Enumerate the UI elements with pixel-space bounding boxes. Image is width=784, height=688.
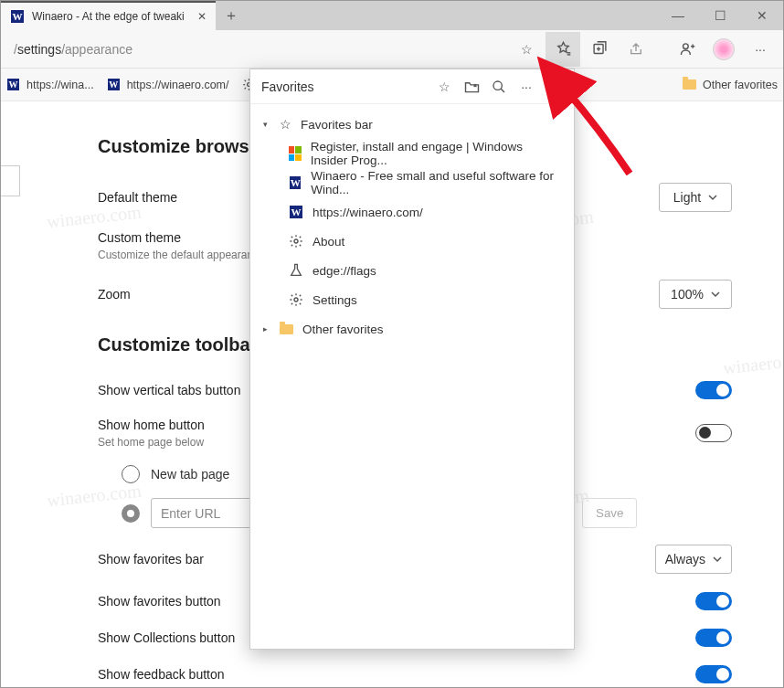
setting-label: Show feedback button xyxy=(98,667,695,682)
menu-icon[interactable]: ··· xyxy=(743,32,778,67)
bookmark-item[interactable]: Whttps://winaero.com/ xyxy=(107,78,229,91)
theme-select[interactable]: Light xyxy=(659,183,732,212)
gear-icon xyxy=(289,234,303,249)
winaero-favicon: W xyxy=(289,175,302,190)
maximize-button[interactable]: ☐ xyxy=(699,1,741,30)
bookmark-item[interactable]: Whttps://wina... xyxy=(6,78,94,91)
add-favorite-icon[interactable]: ☆ xyxy=(435,79,453,94)
vertical-tabs-toggle[interactable] xyxy=(695,381,732,399)
profile-avatar[interactable] xyxy=(706,32,741,67)
new-tab-radio[interactable] xyxy=(122,465,140,483)
new-tab-button[interactable]: ＋ xyxy=(216,1,247,30)
favorite-star-icon[interactable]: ☆ xyxy=(509,32,544,67)
close-tab-icon[interactable]: ✕ xyxy=(197,10,207,23)
radio-label: New tab page xyxy=(151,467,229,482)
chevron-down-icon xyxy=(711,290,720,299)
feedback-toggle[interactable] xyxy=(695,665,732,683)
winaero-favicon: W xyxy=(289,205,303,219)
flask-icon xyxy=(289,263,303,278)
pin-icon[interactable] xyxy=(545,79,563,94)
other-favorites-folder[interactable]: Other favorites xyxy=(683,79,778,91)
svg-line-10 xyxy=(501,89,504,92)
other-favorites-folder[interactable]: ▸ Other favorites xyxy=(250,314,574,344)
favorites-list-icon[interactable] xyxy=(546,32,580,67)
svg-point-5 xyxy=(683,44,688,49)
caret-right-icon: ▸ xyxy=(263,324,270,333)
folder-icon xyxy=(683,79,696,90)
add-folder-icon[interactable] xyxy=(462,80,481,93)
microsoft-icon xyxy=(289,146,302,161)
search-icon[interactable] xyxy=(490,79,508,94)
browser-tab[interactable]: W Winaero - At the edge of tweaki ✕ xyxy=(1,1,216,30)
title-bar: W Winaero - At the edge of tweaki ✕ ＋ — … xyxy=(1,1,783,30)
zoom-select[interactable]: 100% xyxy=(659,280,732,309)
address-bar-row: /settings/appearance ☆ ··· xyxy=(1,30,783,69)
tab-title: Winaero - At the edge of tweaki xyxy=(32,10,185,23)
favorites-bar-folder[interactable]: ▾ ☆ Favorites bar xyxy=(250,110,574,139)
favorites-title: Favorites xyxy=(261,79,426,94)
folder-icon xyxy=(280,324,293,334)
svg-point-9 xyxy=(493,81,502,90)
collections-toggle[interactable] xyxy=(695,629,732,647)
favorite-item[interactable]: W https://winaero.com/ xyxy=(250,197,574,227)
caret-down-icon: ▾ xyxy=(263,120,270,129)
favorite-item[interactable]: Settings xyxy=(250,285,574,314)
minimize-button[interactable]: — xyxy=(657,1,699,30)
favorite-item[interactable]: Register, install and engage | Windows I… xyxy=(250,139,574,168)
star-icon: ☆ xyxy=(280,117,291,132)
favorites-bar-select[interactable]: Always xyxy=(655,545,732,574)
chevron-down-icon xyxy=(713,555,722,564)
url-radio[interactable] xyxy=(122,504,140,523)
save-button[interactable]: Save xyxy=(582,498,637,528)
favorites-button-toggle[interactable] xyxy=(695,592,732,610)
chevron-down-icon xyxy=(708,193,717,202)
gear-icon xyxy=(289,292,303,307)
share-icon[interactable] xyxy=(619,32,653,67)
home-button-toggle[interactable] xyxy=(695,424,732,442)
address-bar[interactable]: /settings/appearance xyxy=(6,36,140,63)
collections-icon[interactable] xyxy=(582,32,617,67)
favorite-item[interactable]: edge://flags xyxy=(250,256,574,285)
person-icon[interactable] xyxy=(670,32,705,67)
favorite-item[interactable]: W Winaero - Free small and useful softwa… xyxy=(250,168,574,197)
svg-point-12 xyxy=(294,298,298,302)
favorite-item[interactable]: About xyxy=(250,227,574,256)
favorites-popup: Favorites ☆ ··· ▾ ☆ Favorites bar Regist… xyxy=(249,69,575,650)
svg-point-11 xyxy=(294,239,298,243)
close-window-button[interactable]: ✕ xyxy=(741,1,783,30)
winaero-favicon: W xyxy=(10,9,25,24)
more-icon[interactable]: ··· xyxy=(517,79,535,94)
